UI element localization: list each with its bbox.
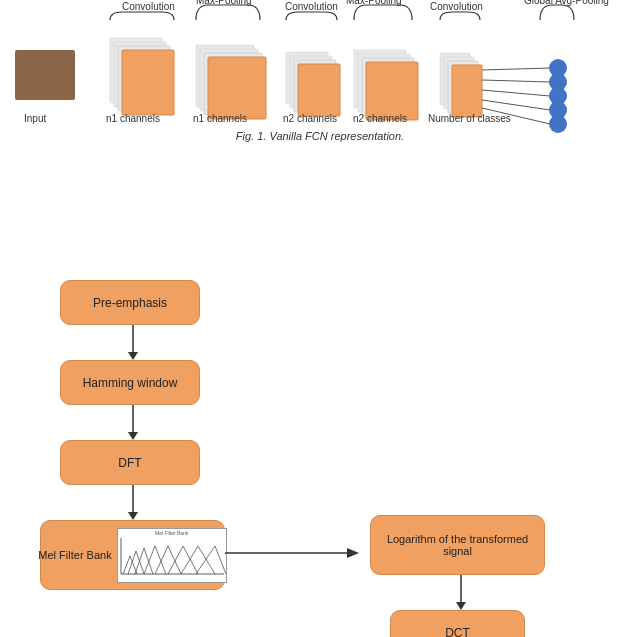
dft-box: DFT [60, 440, 200, 485]
svg-marker-55 [456, 602, 466, 610]
svg-point-30 [549, 115, 567, 133]
logarithm-box: Logarithm of the transformed signal [370, 515, 545, 575]
svg-text:n1 channels: n1 channels [193, 113, 247, 124]
dft-label: DFT [118, 456, 141, 470]
svg-marker-53 [347, 548, 359, 558]
svg-marker-49 [128, 512, 138, 520]
mel-filter-bank-box: Mel Filter Bank Mel Filter Bank [40, 520, 225, 590]
logarithm-label: Logarithm of the transformed signal [371, 533, 544, 557]
svg-text:n2 channels: n2 channels [353, 113, 407, 124]
svg-text:n2 channels: n2 channels [283, 113, 337, 124]
svg-text:Convolution: Convolution [285, 1, 338, 12]
svg-text:Fig. 1.  Vanilla FCN represent: Fig. 1. Vanilla FCN representation. [236, 130, 404, 142]
pre-emphasis-box: Pre-emphasis [60, 280, 200, 325]
svg-text:Convolution: Convolution [430, 1, 483, 12]
hamming-label: Hamming window [83, 376, 178, 390]
svg-rect-8 [208, 57, 266, 119]
mfcc-section: Pre-emphasis Hamming window DFT Mel Filt… [0, 270, 640, 630]
dct-box: DCT [390, 610, 525, 637]
svg-line-23 [482, 90, 550, 96]
svg-rect-16 [366, 62, 418, 120]
svg-rect-0 [15, 50, 75, 100]
svg-marker-45 [128, 352, 138, 360]
svg-text:n1 channels: n1 channels [106, 113, 160, 124]
svg-text:Max-Pooling: Max-Pooling [346, 0, 402, 6]
svg-text:Global Avg-Pooling: Global Avg-Pooling [524, 0, 609, 6]
fcn-section: Convolution Max-Pooling Convolution Max-… [0, 0, 640, 230]
svg-marker-47 [128, 432, 138, 440]
svg-text:Input: Input [24, 113, 46, 124]
dct-label: DCT [445, 626, 470, 638]
pre-emphasis-label: Pre-emphasis [93, 296, 167, 310]
svg-text:Max-Pooling: Max-Pooling [196, 0, 252, 6]
svg-text:Number of classes: Number of classes [428, 113, 511, 124]
hamming-window-box: Hamming window [60, 360, 200, 405]
svg-line-24 [482, 100, 550, 110]
svg-rect-4 [122, 50, 174, 115]
svg-text:Convolution: Convolution [122, 1, 175, 12]
mel-filter-bank-label: Mel Filter Bank [38, 549, 111, 561]
svg-line-21 [482, 68, 550, 70]
svg-line-22 [482, 80, 550, 82]
svg-rect-20 [452, 65, 482, 117]
svg-rect-12 [298, 64, 340, 116]
